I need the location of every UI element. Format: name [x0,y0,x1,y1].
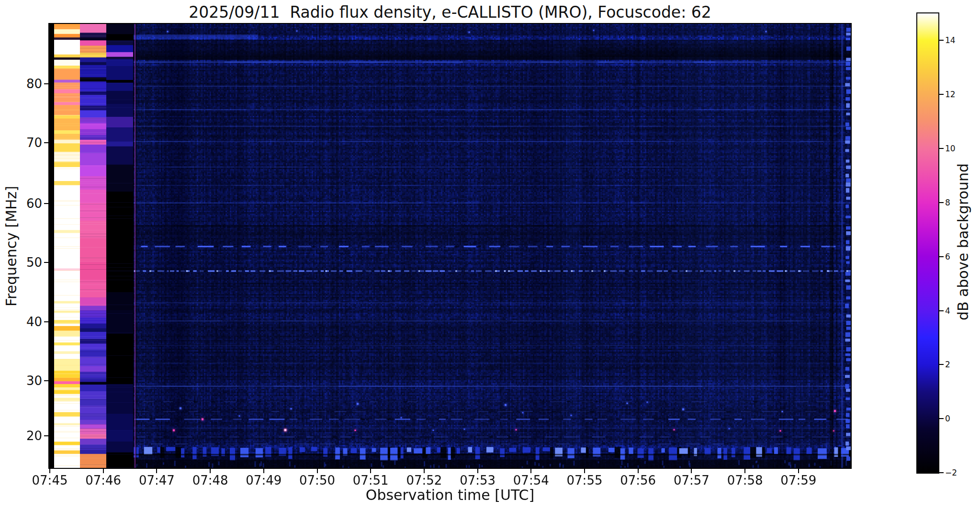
colorbar-gradient [917,13,938,473]
x-tick-label: 07:56 [620,473,656,488]
y-tick-label: 30 [0,374,42,388]
x-tick-mark [317,469,318,473]
x-tick-mark [691,469,692,473]
x-tick-mark [49,469,50,473]
x-tick-label: 07:48 [192,473,228,488]
x-tick-label: 07:53 [460,473,496,488]
x-axis-label: Observation time [UTC] [306,487,594,503]
colorbar-tick-label: 12 [945,89,956,100]
x-tick-mark [584,469,585,473]
figure: 2025/09/11 Radio flux density, e-CALLIST… [0,0,980,511]
x-tick-mark [370,469,371,473]
y-tick-mark [44,435,49,436]
y-tick-mark [44,262,49,263]
x-tick-mark [798,469,799,473]
colorbar-tick-mark [939,148,944,149]
colorbar-label: dB above background [955,146,972,338]
colorbar-tick-mark [939,94,944,95]
plot-frame [48,23,852,469]
chart-title: 2025/09/11 Radio flux density, e-CALLIST… [163,3,737,22]
colorbar-tick-label: 0 [945,413,950,424]
x-tick-label: 07:49 [246,473,282,488]
colorbar-tick-label: 6 [945,251,950,262]
colorbar-tick-label: 4 [945,306,950,316]
spectrogram-canvas [49,24,851,468]
x-tick-label: 07:50 [299,473,335,488]
x-tick-label: 07:52 [406,473,442,488]
colorbar-tick-mark [939,40,944,41]
x-tick-mark [638,469,639,473]
y-tick-label: 80 [0,77,42,91]
y-tick-mark [44,83,49,84]
x-tick-label: 07:59 [780,473,816,488]
x-tick-mark [477,469,478,473]
colorbar-tick-label: 10 [945,143,956,154]
colorbar-tick-mark [939,364,944,365]
colorbar-tick-label: 8 [945,197,950,208]
colorbar-tick-label: 2 [945,359,950,370]
y-tick-mark [44,203,49,204]
y-tick-mark [44,321,49,322]
x-tick-label: 07:55 [567,473,603,488]
x-tick-label: 07:47 [139,473,175,488]
x-tick-mark [156,469,157,473]
x-tick-mark [263,469,264,473]
x-tick-label: 07:57 [674,473,710,488]
x-tick-mark [744,469,745,473]
x-tick-mark [210,469,211,473]
colorbar-tick-mark [939,310,944,311]
colorbar-tick-mark [939,202,944,203]
colorbar-tick-label: −2 [945,467,957,478]
colorbar-tick-label: 14 [945,35,956,45]
colorbar [916,12,939,474]
x-tick-mark [424,469,425,473]
y-tick-label: 20 [0,429,42,443]
colorbar-tick-mark [939,256,944,257]
y-axis-label: Frequency [MHz] [3,126,20,366]
y-tick-mark [44,142,49,143]
x-tick-label: 07:58 [727,473,763,488]
colorbar-tick-mark [939,418,944,419]
x-tick-label: 07:51 [353,473,389,488]
x-tick-mark [530,469,531,473]
x-tick-mark [103,469,104,473]
x-tick-label: 07:45 [32,473,68,488]
x-tick-label: 07:46 [85,473,121,488]
colorbar-tick-mark [939,472,944,473]
y-tick-mark [44,380,49,381]
x-tick-label: 07:54 [513,473,549,488]
